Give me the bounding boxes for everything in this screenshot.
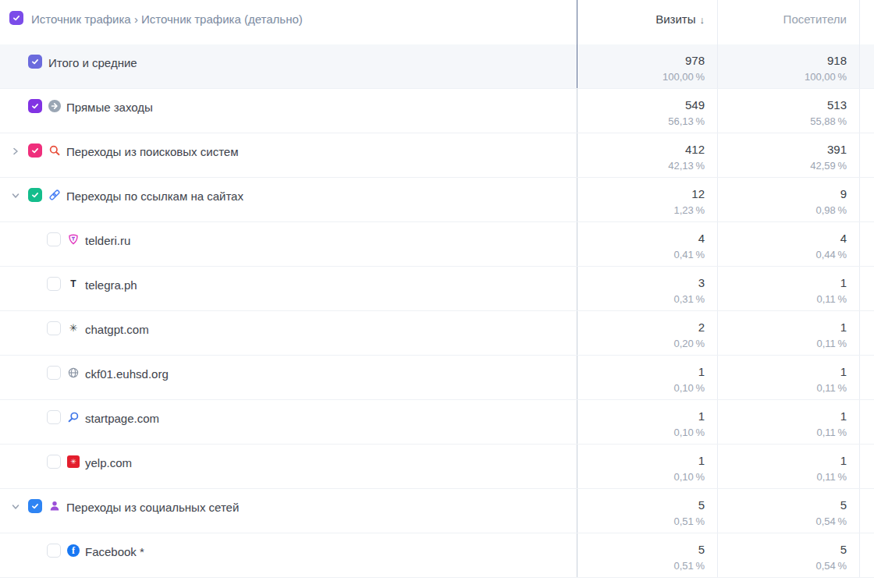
table-row: Прямые заходы54956,13 %51355,88 %	[0, 89, 874, 133]
row-label: yelp.com	[85, 455, 132, 470]
column-header-visitors[interactable]: Посетители	[718, 0, 860, 44]
visits-percent: 0,31 %	[674, 293, 705, 306]
visitors-cell: 39142,59 %	[718, 133, 860, 177]
visitors-value: 918	[827, 54, 847, 68]
row-label: Переходы по ссылкам на сайтах	[66, 189, 243, 204]
row-checkbox[interactable]	[28, 188, 42, 202]
row-name-cell: Прямые заходы	[0, 89, 577, 133]
table-header-row: Источник трафика › Источник трафика (дет…	[0, 0, 874, 44]
table-row: ✳chatgpt.com20,20 %10,11 %	[0, 311, 874, 356]
row-label: telegra.ph	[85, 278, 137, 292]
visitors-cell: 918100,00 %	[718, 44, 860, 88]
visits-value: 1	[698, 365, 705, 379]
row-spacer	[860, 178, 874, 221]
visits-cell: 20,20 %	[577, 311, 718, 355]
row-label: telderi.ru	[85, 233, 130, 248]
row-name-cell: Переходы по ссылкам на сайтах	[0, 178, 577, 221]
visits-value: 1	[698, 454, 705, 468]
visits-percent: 0,51 %	[674, 560, 705, 572]
row-checkbox[interactable]	[47, 277, 61, 291]
visitors-percent: 0,11 %	[817, 427, 847, 439]
direct-traffic-icon	[48, 100, 61, 112]
visitors-percent: 0,98 %	[816, 204, 847, 217]
dimension-title[interactable]: Источник трафика › Источник трафика (дет…	[31, 12, 303, 27]
row-checkbox[interactable]	[47, 544, 61, 558]
visits-cell: 41242,13 %	[577, 133, 718, 177]
traffic-sources-table: Источник трафика › Источник трафика (дет…	[0, 0, 874, 588]
visitors-percent: 0,44 %	[816, 249, 847, 261]
visits-cell: 40,41 %	[577, 222, 718, 266]
visitors-value: 1	[840, 454, 847, 468]
row-spacer	[860, 356, 874, 399]
visitors-percent: 0,11 %	[817, 338, 847, 350]
column-header-visits[interactable]: Визиты↓	[577, 0, 718, 44]
row-label: ckf01.euhsd.org	[85, 367, 169, 381]
visitors-value: 1	[840, 409, 847, 423]
visits-value: 3	[698, 276, 705, 290]
telegraph-icon: T	[67, 278, 80, 290]
visits-cell: 978100,00 %	[577, 44, 718, 88]
row-name-cell: Итого и средние	[0, 44, 577, 88]
table-row: Переходы из поисковых систем41242,13 %39…	[0, 133, 874, 178]
row-checkbox[interactable]	[28, 55, 42, 69]
table-row: ✳yelp.com10,10 %10,11 %	[0, 445, 874, 489]
row-label: Переходы из социальных сетей	[66, 500, 239, 515]
visits-value: 2	[698, 321, 705, 335]
visits-value: 549	[685, 98, 705, 112]
visits-percent: 0,41 %	[674, 249, 705, 261]
visitors-percent: 0,11 %	[817, 293, 847, 306]
table-row: fFacebook *50,51 %50,54 %	[0, 533, 874, 578]
visitors-value: 5	[840, 543, 847, 557]
row-name-cell: ✳yelp.com	[0, 445, 577, 488]
visits-value: 5	[698, 498, 705, 512]
row-name-cell: ✳chatgpt.com	[0, 311, 577, 355]
row-checkbox[interactable]	[28, 499, 42, 513]
row-spacer	[860, 445, 874, 488]
row-spacer	[860, 533, 874, 577]
visits-percent: 0,10 %	[674, 471, 705, 484]
row-checkbox[interactable]	[28, 143, 42, 158]
visitors-percent: 0,11 %	[817, 382, 847, 395]
site-links-icon	[48, 189, 61, 201]
row-checkbox[interactable]	[47, 232, 61, 246]
chevron-down-icon[interactable]	[9, 501, 22, 513]
visitors-value: 1	[840, 365, 847, 379]
visits-cell: 10,10 %	[577, 356, 718, 399]
telderi-icon	[67, 233, 80, 246]
row-label: Переходы из поисковых систем	[66, 144, 239, 159]
table-body: Итого и средние978100,00 %918100,00 %Пря…	[0, 44, 874, 578]
visits-percent: 100,00 %	[663, 71, 705, 83]
visits-value: 4	[698, 232, 705, 246]
chevron-down-icon[interactable]	[9, 190, 22, 202]
visits-percent: 0,10 %	[674, 427, 705, 439]
visitors-value: 1	[840, 276, 847, 290]
row-label: Прямые заходы	[66, 100, 153, 115]
visitors-percent: 0,54 %	[816, 515, 847, 528]
social-person-icon	[48, 500, 61, 512]
header-spacer	[860, 0, 874, 44]
visitors-cell: 10,11 %	[718, 267, 860, 310]
visitors-value: 391	[827, 143, 847, 157]
visits-value: 978	[685, 54, 705, 68]
sort-descending-icon: ↓	[700, 12, 705, 27]
select-all-checkbox[interactable]	[9, 11, 23, 25]
chevron-right-icon[interactable]	[9, 145, 22, 158]
visitors-percent: 55,88 %	[810, 115, 847, 128]
visits-cell: 50,51 %	[577, 533, 718, 577]
table-row: ckf01.euhsd.org10,10 %10,11 %	[0, 356, 874, 400]
row-checkbox[interactable]	[28, 99, 42, 113]
visitors-value: 1	[840, 321, 847, 335]
visitors-percent: 100,00 %	[805, 71, 847, 83]
row-checkbox[interactable]	[47, 321, 61, 335]
row-checkbox[interactable]	[47, 410, 61, 424]
row-checkbox[interactable]	[47, 455, 61, 469]
row-spacer	[860, 400, 874, 444]
chatgpt-icon: ✳	[67, 322, 80, 335]
visits-cell: 50,51 %	[577, 489, 718, 533]
visitors-percent: 0,11 %	[817, 471, 847, 484]
visitors-cell: 10,11 %	[718, 445, 860, 488]
search-engine-icon	[48, 144, 61, 157]
visitors-cell: 10,11 %	[718, 356, 860, 399]
row-checkbox[interactable]	[47, 366, 61, 380]
facebook-icon: f	[67, 544, 80, 557]
